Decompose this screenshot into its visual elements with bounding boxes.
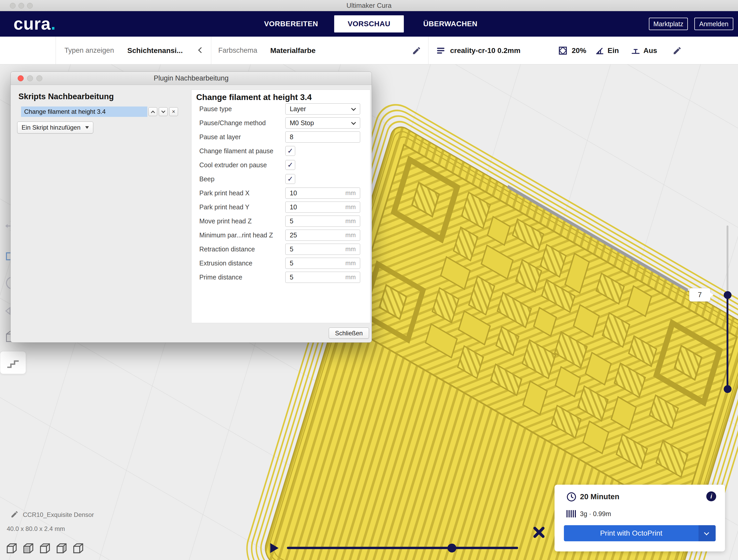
view-top-icon[interactable] — [39, 542, 51, 554]
edit-pencil-icon[interactable] — [412, 46, 421, 55]
material-icon — [567, 510, 577, 517]
window-titlebar: Ultimaker Cura — [0, 0, 738, 11]
field-row: Extrusion distance 5mm — [192, 256, 370, 270]
field-row: Pause type Layer — [192, 102, 370, 116]
park-head-x-input[interactable]: 10mm — [285, 187, 360, 199]
dialog-zoom-button[interactable] — [36, 75, 42, 81]
print-octoprint-button[interactable]: Print with OctoPrint — [564, 525, 716, 541]
park-head-y-input[interactable]: 10mm — [285, 201, 360, 213]
scripts-heading: Skripts Nachbearbeitung — [18, 92, 114, 101]
layer-slider-handle-bottom[interactable] — [724, 385, 732, 393]
layers-icon[interactable] — [436, 46, 445, 55]
wrench-icon[interactable] — [530, 524, 547, 541]
support-value[interactable]: Ein — [608, 37, 619, 64]
color-scheme-label: Farbschema — [218, 37, 257, 64]
dialog-minimize-button[interactable] — [27, 75, 33, 81]
support-icon[interactable] — [595, 46, 605, 55]
chevron-up-icon — [151, 110, 155, 114]
field-row: Pause at layer 8 — [192, 130, 370, 144]
pause-method-select[interactable]: M0 Stop — [285, 117, 360, 128]
extrusion-distance-input[interactable]: 5mm — [285, 258, 360, 269]
field-row: Cool extruder on pause ✓ — [192, 158, 370, 172]
chevron-left-icon[interactable] — [198, 47, 204, 53]
rename-pencil-icon[interactable] — [10, 510, 19, 518]
dialog-titlebar: Plugin Nachbearbeitung — [11, 72, 372, 85]
cool-extruder-checkbox[interactable]: ✓ — [285, 160, 295, 170]
chevron-down-icon — [704, 530, 709, 535]
marketplace-button[interactable]: Marktplatz — [649, 18, 688, 30]
window-close-button[interactable] — [10, 3, 16, 9]
post-processing-dialog: Plugin Nachbearbeitung Skripts Nachbearb… — [10, 71, 372, 343]
view-right-icon[interactable] — [72, 542, 84, 554]
timeline-track[interactable] — [287, 547, 518, 549]
model-dimensions: 40.0 x 80.0 x 2.4 mm — [7, 525, 65, 532]
adhesion-value[interactable]: Aus — [643, 37, 657, 64]
cura-logo: cura. — [14, 11, 56, 37]
view-left-icon[interactable] — [56, 542, 68, 554]
infill-icon[interactable] — [558, 46, 568, 55]
view-type-label: Typen anzeigen — [64, 37, 114, 64]
field-row: Beep ✓ — [192, 172, 370, 186]
field-row: Move print head Z 5mm — [192, 214, 370, 228]
infill-value[interactable]: 20% — [572, 37, 586, 64]
printer-profile-button[interactable]: creality-cr-10 0.2mm — [450, 37, 520, 64]
clock-icon — [566, 491, 577, 502]
field-row: Park print head Y 10mm — [192, 200, 370, 214]
window-title: Ultimaker Cura — [0, 0, 738, 11]
material-usage: 3g · 0.99m — [580, 510, 611, 518]
print-time: 20 Minuten — [580, 493, 619, 501]
change-filament-checkbox[interactable]: ✓ — [285, 146, 295, 156]
field-row: Minimum par...rint head Z 25mm — [192, 228, 370, 242]
move-script-down-button[interactable] — [159, 107, 167, 116]
script-list-item-selected[interactable]: Change filament at height 3.4 — [21, 106, 147, 117]
move-head-z-input[interactable]: 5mm — [285, 215, 360, 227]
field-row: Retraction distance 5mm — [192, 242, 370, 256]
view-type-dropdown[interactable]: Schichtenansi... — [127, 37, 183, 64]
move-script-up-button[interactable] — [148, 107, 157, 116]
edit-pencil-icon[interactable] — [673, 46, 682, 55]
view-settings-toolbar: Typen anzeigen Schichtenansi... Farbsche… — [0, 37, 738, 64]
print-options-dropdown[interactable] — [699, 525, 716, 541]
retraction-distance-input[interactable]: 5mm — [285, 243, 360, 255]
model-name: CCR10_Exquisite Densor — [23, 511, 94, 518]
play-button[interactable] — [270, 543, 279, 553]
info-icon[interactable]: i — [706, 491, 716, 501]
script-settings-heading: Change filament at height 3.4 — [192, 90, 370, 102]
prime-distance-input[interactable]: 5mm — [285, 272, 360, 283]
remove-script-button[interactable]: × — [169, 107, 178, 116]
tab-prepare[interactable]: VORBEREITEN — [253, 11, 329, 37]
dialog-title: Plugin Nachbearbeitung — [11, 72, 372, 85]
color-scheme-dropdown[interactable]: Materialfarbe — [270, 37, 316, 64]
chevron-down-icon — [351, 106, 356, 111]
min-park-head-z-input[interactable]: 25mm — [285, 229, 360, 241]
field-row: Pause/Change method M0 Stop — [192, 116, 370, 130]
field-row: Park print head X 10mm — [192, 186, 370, 200]
sign-in-button[interactable]: Anmelden — [694, 18, 733, 30]
current-layer-bubble[interactable]: 7 — [689, 288, 710, 302]
timeline-handle[interactable] — [447, 544, 456, 552]
pause-type-select[interactable]: Layer — [285, 103, 360, 114]
print-button-label: Print with OctoPrint — [564, 525, 699, 541]
tab-monitor[interactable]: ÜBERWACHEN — [413, 11, 488, 37]
close-dialog-button[interactable]: Schließen — [329, 328, 369, 339]
dialog-close-button[interactable] — [18, 75, 24, 81]
layer-slider-range[interactable] — [727, 295, 728, 389]
chevron-down-icon — [351, 120, 356, 125]
pause-at-layer-input[interactable]: 8 — [285, 131, 360, 143]
adhesion-icon[interactable] — [631, 46, 640, 55]
add-script-button[interactable]: Ein Skript hinzufügen — [17, 121, 93, 133]
app-header: cura. VORBEREITEN VORSCHAU ÜBERWACHEN Ma… — [0, 11, 738, 37]
tab-preview[interactable]: VORSCHAU — [334, 15, 404, 32]
window-minimize-button[interactable] — [18, 3, 24, 9]
view-3d-icon[interactable] — [6, 542, 18, 554]
stairs-icon — [6, 356, 20, 369]
chevron-down-icon — [161, 109, 165, 113]
beep-checkbox[interactable]: ✓ — [285, 174, 295, 184]
layer-slider-handle-top[interactable] — [724, 291, 732, 299]
field-row: Prime distance 5mm — [192, 270, 370, 284]
view-front-icon[interactable] — [22, 542, 34, 554]
window-zoom-button[interactable] — [27, 3, 33, 9]
dropdown-triangle-icon — [85, 126, 89, 129]
print-summary-panel: 20 Minuten i 3g · 0.99m Print with OctoP… — [555, 485, 725, 551]
mesh-type-tool[interactable] — [0, 351, 26, 374]
